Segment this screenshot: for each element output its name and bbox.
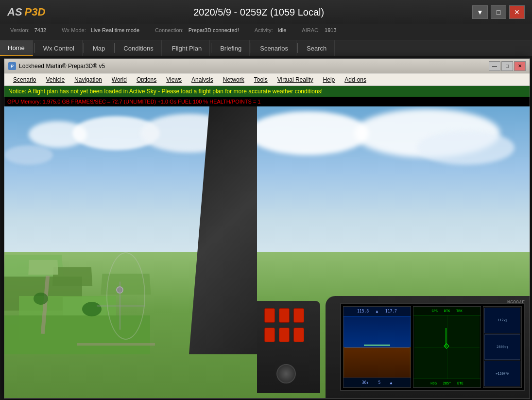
nav-conditions-button[interactable]: Conditions	[116, 40, 161, 56]
connection-value: Prepar3D connected!	[187, 27, 241, 33]
gps-horizon	[344, 317, 410, 378]
p3d-viewport: N6004F 115.8 ▲ 117.7 36↑ 5 ▲ GPS DTK TRK	[4, 106, 530, 398]
nav-separator	[297, 43, 298, 53]
activity-value: Idle	[276, 27, 289, 33]
nav-separator	[34, 43, 34, 53]
p3d-window-controls: — □ ✕	[489, 61, 526, 71]
nav-separator	[163, 43, 163, 53]
gps-tape: 115.8 ▲ 117.7	[343, 307, 411, 316]
nav-flightplan-button[interactable]: Flight Plan	[164, 40, 210, 56]
p3d-window: P Lockheed Martin® Prepar3D® v5 — □ ✕ Sc…	[4, 58, 530, 399]
p3d-menu-tools[interactable]: Tools	[249, 75, 273, 84]
p3d-menu-virtualreality[interactable]: Virtual Reality	[273, 75, 318, 84]
wxmode-value: Live Real time mode	[89, 27, 141, 33]
left-switch-panel	[257, 301, 320, 393]
gps-bottom-tape: 36↑ 5 ▲	[343, 378, 411, 387]
red-switch-5[interactable]	[279, 328, 290, 342]
throttle-knob[interactable]	[276, 364, 296, 383]
red-switch-1[interactable]	[264, 308, 275, 323]
p3d-menu-analysis[interactable]: Analysis	[187, 75, 218, 84]
cockpit-dashboard: N6004F 115.8 ▲ 117.7 36↑ 5 ▲ GPS DTK TRK	[326, 296, 530, 398]
p3d-menu-help[interactable]: Help	[318, 75, 340, 84]
p3d-menubar: Scenario Vehicle Navigation World Option…	[4, 73, 530, 86]
as-restore-button[interactable]: □	[491, 5, 506, 19]
p3d-menu-world[interactable]: World	[107, 75, 132, 84]
red-switch-6[interactable]	[293, 328, 304, 342]
mfd-display: GPS DTK TRK HDG 285° ETE	[413, 306, 481, 388]
airac-value: 1913	[323, 27, 338, 33]
nav-map-button[interactable]: Map	[85, 40, 113, 56]
p3d-title-left: P Lockheed Martin® Prepar3D® v5	[8, 62, 105, 70]
as-logo: AS P3D	[7, 6, 45, 18]
mfd-map	[414, 315, 480, 379]
as-logo-p3d: P3D	[25, 6, 46, 18]
field-patch-3	[28, 260, 58, 275]
airspeed-tape: 112KT	[484, 308, 520, 333]
as-window-controls: ▼ □ ✕	[472, 5, 525, 19]
p3d-title-text: Lockheed Martin® Prepar3D® v5	[19, 63, 105, 70]
nav-separator	[251, 43, 251, 53]
cloud-4	[247, 111, 369, 155]
nav-briefing-button[interactable]: Briefing	[212, 40, 250, 56]
as-title-bar: AS P3D 2020/5/9 - 0259Z (1059 Local) ▼ □…	[0, 0, 532, 24]
nav-wxcontrol-button[interactable]: Wx Control	[35, 40, 83, 56]
p3d-notice-text: Notice: A flight plan has not yet been l…	[8, 88, 323, 95]
vsi-tape: +150FPM	[484, 361, 520, 386]
as-nav-menu: Home Wx Control Map Conditions Flight Pl…	[0, 40, 532, 56]
prop-blade-v	[119, 281, 121, 330]
road-2	[77, 343, 155, 346]
tree-cluster-2	[34, 293, 48, 305]
avionics-screen: 115.8 ▲ 117.7 36↑ 5 ▲ GPS DTK TRK	[340, 303, 525, 391]
p3d-status-text: GPU Memory: 1.975.0 GB FRAMES/SEC – 72.7…	[7, 99, 260, 104]
as-close-button[interactable]: ✕	[509, 5, 525, 19]
altitude-tape: 2800FT	[484, 334, 520, 360]
nav-search-button[interactable]: Search	[299, 40, 335, 56]
active-sky-bar: AS P3D 2020/5/9 - 0259Z (1059 Local) ▼ □…	[0, 0, 532, 56]
red-switch-3[interactable]	[293, 308, 304, 323]
p3d-status-bar: GPU Memory: 1.975.0 GB FRAMES/SEC – 72.7…	[4, 97, 530, 106]
p3d-menu-network[interactable]: Network	[218, 75, 249, 84]
airac-label: AIRAC:	[300, 27, 322, 33]
as-logo-as: AS	[7, 6, 22, 18]
as-datetime: 2020/5/9 - 0259Z (1059 Local)	[193, 7, 324, 18]
prop-arc	[106, 252, 145, 340]
p3d-maximize-button[interactable]: □	[501, 61, 513, 71]
version-value: 7432	[33, 27, 48, 33]
nav-home-button[interactable]: Home	[0, 40, 33, 56]
p3d-minimize-button[interactable]: —	[489, 61, 500, 71]
nav-scenarios-button[interactable]: Scenarios	[252, 40, 296, 56]
p3d-menu-views[interactable]: Views	[161, 75, 187, 84]
gps-display: 115.8 ▲ 117.7 36↑ 5 ▲	[343, 306, 411, 388]
nav-separator	[84, 43, 84, 53]
mfd-bottom-bar: HDG 285° ETE	[413, 379, 481, 387]
red-switch-4[interactable]	[264, 328, 275, 342]
as-info-row: Version: 7432 Wx Mode: Live Real time mo…	[0, 24, 532, 40]
wxmode-label: Wx Mode:	[60, 27, 88, 33]
right-instrument: 112KT 2800FT +150FPM	[483, 306, 522, 388]
red-switch-2[interactable]	[279, 308, 290, 323]
as-minimize-button[interactable]: ▼	[472, 5, 488, 19]
cloud-6	[417, 131, 515, 165]
p3d-menu-vehicle[interactable]: Vehicle	[41, 75, 69, 84]
p3d-menu-addons[interactable]: Add-ons	[340, 75, 371, 84]
p3d-app-icon: P	[8, 62, 16, 70]
right-instrument-group: 112KT 2800FT +150FPM	[483, 307, 521, 387]
mfd-top-bar: GPS DTK TRK	[413, 307, 481, 315]
gps-course-bar	[364, 345, 390, 346]
p3d-titlebar: P Lockheed Martin® Prepar3D® v5 — □ ✕	[4, 59, 530, 73]
as-info-table: Version: 7432 Wx Mode: Live Real time mo…	[7, 26, 340, 34]
map-route-line	[446, 328, 446, 347]
connection-label: Connection:	[153, 27, 186, 33]
p3d-menu-options[interactable]: Options	[132, 75, 161, 84]
gps-horizon-line	[344, 348, 410, 348]
p3d-menu-navigation[interactable]: Navigation	[69, 75, 107, 84]
cloud-7	[4, 145, 53, 165]
nav-separator	[211, 43, 211, 53]
p3d-close-button[interactable]: ✕	[514, 61, 526, 71]
p3d-menu-scenario[interactable]: Scenario	[8, 75, 41, 84]
p3d-notice-bar: Notice: A flight plan has not yet been l…	[4, 86, 530, 97]
prop-blade-h	[97, 305, 145, 307]
nav-separator	[114, 43, 115, 53]
aircraft-nose-area	[68, 277, 189, 325]
activity-label: Activity:	[253, 27, 275, 33]
